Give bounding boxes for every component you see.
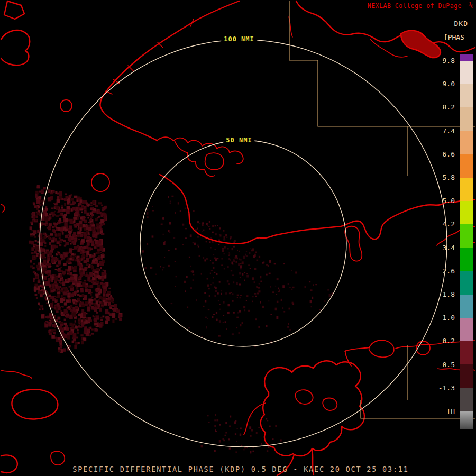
radar-echo-pixel bbox=[47, 263, 50, 266]
radar-echo-pixel bbox=[70, 277, 74, 280]
radar-echo-pixel bbox=[257, 260, 259, 261]
radar-echo-pixel bbox=[83, 318, 86, 322]
radar-echo-pixel bbox=[309, 281, 310, 283]
radar-echo-pixel bbox=[61, 312, 63, 314]
radar-echo-pixel bbox=[43, 233, 45, 235]
radar-echo-pixel bbox=[233, 312, 235, 314]
radar-echo-pixel bbox=[107, 300, 109, 302]
radar-echo-pixel bbox=[72, 259, 74, 261]
colorbar-tick: 5.0 bbox=[443, 197, 455, 205]
radar-map-canvas bbox=[0, 0, 476, 476]
radar-echo-pixel bbox=[66, 261, 68, 263]
radar-echo-pixel bbox=[280, 440, 282, 442]
radar-echo-pixel bbox=[60, 227, 63, 231]
ring-label-50nmi: 50 NMI bbox=[223, 136, 254, 144]
radar-echo-pixel bbox=[305, 286, 306, 288]
radar-echo-pixel bbox=[112, 314, 115, 318]
radar-echo-pixel bbox=[61, 295, 63, 298]
radar-echo-pixel bbox=[212, 262, 214, 264]
radar-echo-pixel bbox=[282, 285, 285, 288]
radar-echo-pixel bbox=[77, 342, 80, 344]
radar-echo-pixel bbox=[80, 234, 83, 237]
radar-echo-pixel bbox=[72, 219, 74, 221]
radar-echo-pixel bbox=[96, 261, 99, 264]
radar-echo-pixel bbox=[65, 229, 68, 231]
radar-echo-pixel bbox=[80, 290, 84, 293]
radar-echo-pixel bbox=[103, 223, 105, 226]
radar-echo-pixel bbox=[31, 216, 33, 218]
radar-echo-pixel bbox=[253, 447, 254, 448]
radar-echo-pixel bbox=[39, 291, 43, 295]
radar-echo-pixel bbox=[79, 295, 83, 297]
radar-echo-pixel bbox=[81, 309, 84, 313]
radar-echo-pixel bbox=[246, 251, 247, 252]
radar-echo-pixel bbox=[103, 298, 106, 300]
radar-echo-pixel bbox=[60, 298, 63, 303]
radar-echo-pixel bbox=[49, 284, 51, 287]
radar-echo-pixel bbox=[78, 205, 80, 207]
radar-echo-pixel bbox=[236, 258, 238, 260]
radar-echo-pixel bbox=[229, 447, 231, 449]
radar-echo-pixel bbox=[51, 208, 53, 209]
radar-echo-pixel bbox=[40, 305, 43, 308]
radar-echo-pixel bbox=[240, 428, 242, 429]
radar-echo-pixel bbox=[243, 449, 245, 450]
radar-echo-pixel bbox=[54, 238, 57, 242]
radar-echo-pixel bbox=[36, 246, 39, 250]
radar-echo-pixel bbox=[225, 321, 226, 323]
radar-echo-pixel bbox=[289, 308, 290, 310]
radar-echo-pixel bbox=[59, 340, 61, 343]
radar-echo-pixel bbox=[182, 224, 184, 226]
radar-echo-pixel bbox=[58, 233, 61, 237]
radar-echo-pixel bbox=[31, 213, 34, 216]
product-caption: SPECIFIC DIFFERENTIAL PHASE (KDP) 0.5 DE… bbox=[72, 465, 408, 473]
radar-echo-pixel bbox=[49, 320, 51, 322]
radar-echo-pixel bbox=[96, 268, 99, 271]
radar-echo-pixel bbox=[185, 208, 186, 209]
radar-echo-pixel bbox=[68, 345, 71, 347]
radar-echo-pixel bbox=[269, 273, 271, 274]
radar-echo-pixel bbox=[56, 203, 58, 206]
radar-echo-pixel bbox=[36, 265, 40, 268]
county-line bbox=[361, 400, 475, 418]
radar-echo-pixel bbox=[288, 283, 289, 285]
radar-echo-pixel bbox=[221, 264, 223, 266]
radar-echo-pixel bbox=[206, 258, 208, 260]
radar-echo-pixel bbox=[82, 254, 85, 257]
radar-echo-pixel bbox=[162, 217, 164, 220]
radar-echo-pixel bbox=[102, 253, 104, 254]
radar-echo-pixel bbox=[65, 235, 68, 239]
radar-echo-pixel bbox=[270, 314, 272, 315]
radar-echo-pixel bbox=[52, 215, 54, 217]
radar-echo-pixel bbox=[283, 311, 285, 312]
radar-echo-pixel bbox=[235, 433, 236, 435]
radar-echo-pixel bbox=[210, 273, 211, 274]
radar-echo-pixel bbox=[64, 223, 68, 226]
radar-echo-pixel bbox=[221, 293, 222, 295]
radar-echo-pixel bbox=[102, 272, 105, 276]
radar-echo-pixel bbox=[209, 241, 211, 243]
radar-echo-pixel bbox=[86, 317, 88, 320]
radar-echo-pixel bbox=[313, 284, 314, 286]
radar-echo-pixel bbox=[272, 291, 274, 293]
radar-echo-pixel bbox=[105, 321, 108, 324]
radar-echo-pixel bbox=[272, 438, 274, 440]
radar-echo-pixel bbox=[33, 230, 36, 234]
radar-echo-pixel bbox=[232, 262, 233, 264]
radar-echo-pixel bbox=[283, 263, 285, 264]
radar-echo-pixel bbox=[61, 279, 63, 281]
radar-echo-pixel bbox=[196, 299, 197, 301]
radar-echo-pixel bbox=[36, 253, 39, 254]
radar-echo-pixel bbox=[48, 189, 50, 193]
radar-echo-pixel bbox=[190, 266, 191, 267]
radar-echo-pixel bbox=[55, 234, 58, 237]
radar-echo-pixel bbox=[83, 313, 86, 317]
radar-echo-pixel bbox=[67, 269, 68, 270]
radar-echo-pixel bbox=[46, 236, 48, 237]
radar-echo-pixel bbox=[48, 198, 50, 199]
radar-echo-pixel bbox=[187, 307, 188, 308]
colorbar-segment bbox=[460, 271, 473, 295]
radar-echo-pixel bbox=[207, 278, 208, 279]
radar-echo-pixel bbox=[147, 216, 149, 218]
radar-echo-pixel bbox=[261, 281, 262, 282]
